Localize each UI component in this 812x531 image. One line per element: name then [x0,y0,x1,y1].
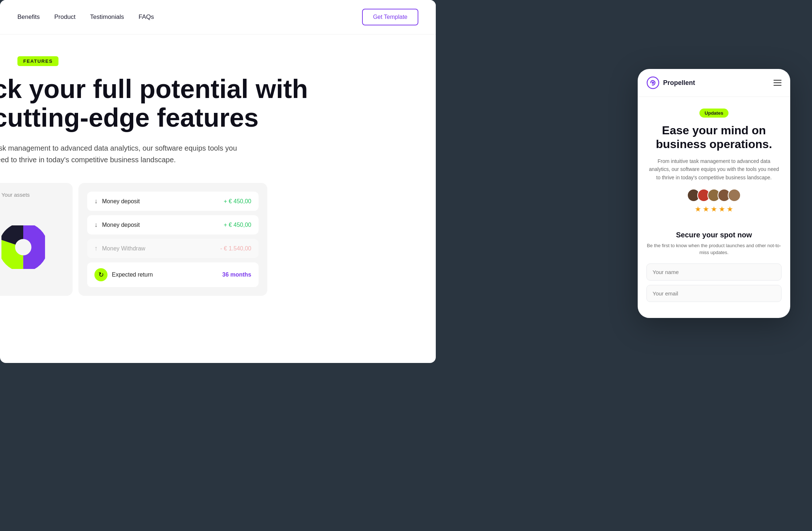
hero-section: FEATURES ck your full potential with cut… [0,34,436,296]
propellent-logo-icon [646,76,659,89]
name-input[interactable] [646,264,781,281]
main-browser-window: Benefits Product Testimonials FAQs Get T… [0,0,436,363]
nav-testimonials[interactable]: Testimonials [90,13,124,21]
hamburger-menu[interactable] [774,80,781,86]
phone-logo: Propellent [646,76,695,89]
star-1: ★ [695,205,701,213]
withdraw-icon: ↑ [94,245,98,252]
svg-point-5 [652,82,654,84]
nav-product[interactable]: Product [54,13,76,21]
transaction-item-3: ↑ Money Withdraw - € 1.540,00 [87,239,259,258]
hero-title: ck your full potential with cutting-edge… [0,75,418,132]
phone-title: Ease your mind on business operations. [646,123,781,151]
navbar: Benefits Product Testimonials FAQs Get T… [0,0,436,34]
transaction-amount-2: + € 450,00 [224,222,251,228]
transaction-card: ↓ Money deposit + € 450,00 ↓ Money depos… [78,183,267,296]
nav-faqs[interactable]: FAQs [139,13,154,21]
nav-links: Benefits Product Testimonials FAQs [17,13,154,21]
phone-overlay: Propellent Updates Ease your mind on bus… [638,69,790,318]
return-icon: ↻ [94,268,107,281]
secure-subtitle: Be the first to know when the product la… [646,242,781,256]
get-template-button[interactable]: Get Template [362,9,418,25]
transaction-item-2: ↓ Money deposit + € 450,00 [87,215,259,234]
asset-card: Your assets [0,183,73,296]
return-value: 36 months [222,271,251,278]
star-3: ★ [711,205,717,213]
transaction-amount-1: + € 450,00 [224,198,251,205]
phone-navbar: Propellent [638,69,790,97]
star-4: ★ [719,205,725,213]
features-badge: FEATURES [17,56,58,66]
expected-return-card: ↻ Expected return 36 months [87,262,259,287]
pie-chart [1,225,45,269]
email-input[interactable] [646,285,781,302]
phone-hero: Updates Ease your mind on business opera… [638,97,790,231]
phone-logo-text: Propellent [663,79,695,87]
transaction-amount-3: - € 1.540,00 [220,245,251,252]
avatar-5 [728,189,741,202]
transaction-name-1: Money deposit [102,198,140,205]
phone-subtitle: From intuitive task management to advanc… [646,157,781,181]
stars-row: ★ ★ ★ ★ ★ [646,205,781,213]
star-2: ★ [703,205,709,213]
secure-title: Secure your spot now [646,231,781,239]
return-label: Expected return [112,271,153,278]
asset-label: Your assets [1,192,64,198]
transaction-name-3: Money Withdraw [102,245,145,252]
star-5: ★ [727,205,733,213]
updates-badge: Updates [699,109,728,118]
svg-point-3 [15,239,31,255]
deposit-icon-1: ↓ [94,197,98,205]
transaction-name-2: Money deposit [102,222,140,228]
avatars-row [646,189,781,202]
cards-row: Your assets ↓ Mone [0,183,418,296]
secure-section: Secure your spot now Be the first to kno… [638,231,790,306]
nav-benefits[interactable]: Benefits [17,13,40,21]
transaction-item-1: ↓ Money deposit + € 450,00 [87,192,259,211]
hero-subtitle: task management to advanced data analyti… [0,142,240,166]
deposit-icon-2: ↓ [94,221,98,229]
